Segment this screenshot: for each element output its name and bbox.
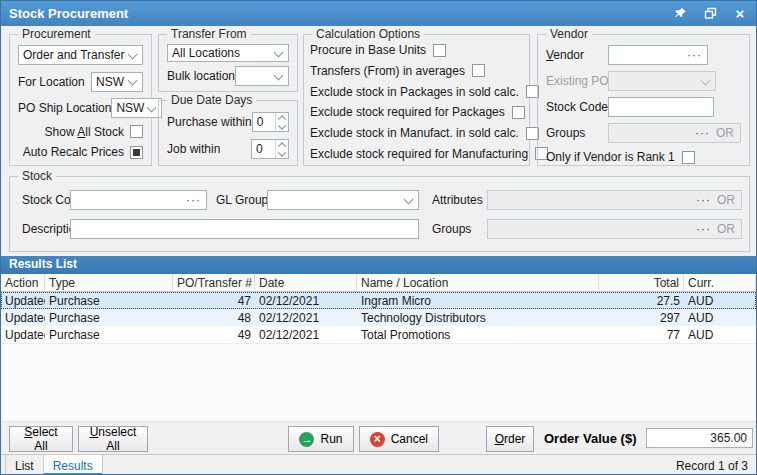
calculation-options-group: Calculation Options Procure in Base Unit… [303,34,530,166]
col-type[interactable]: Type [45,274,173,291]
procurement-mode-select[interactable]: Order and Transfer [18,45,143,65]
stock-legend: Stock [18,169,56,183]
ellipsis-icon[interactable]: ··· [685,50,704,60]
vendor-legend: Vendor [546,27,592,41]
for-location-label: For Location [18,75,85,89]
calc-option-label: Transfers (From) in averages [310,64,465,78]
gl-group-label: GL Group [216,193,268,207]
ellipsis-icon[interactable]: ··· [694,195,713,205]
show-all-stock-label: Show All Stock [45,125,124,139]
due-date-days-legend: Due Date Days [167,93,256,107]
attributes-field[interactable]: ··· OR [487,190,742,210]
calc-option-label: Exclude stock in Manufact. in sold calc. [310,126,519,140]
calculation-options-legend: Calculation Options [312,27,424,41]
show-all-stock-checkbox[interactable] [130,125,143,138]
title-bar: Stock Procurement × [1,1,756,26]
bulk-location-label: Bulk location [167,69,235,83]
auto-recalc-prices-checkbox[interactable] [130,146,143,159]
results-empty-area [1,343,756,421]
transfers-averages-checkbox[interactable] [472,64,485,77]
table-row[interactable]: Updated Purchase 47 02/12/2021 Ingram Mi… [1,292,756,309]
window-title: Stock Procurement [9,6,128,21]
col-curr[interactable]: Curr. [684,274,756,291]
job-within-stepper[interactable]: 0 [251,139,289,159]
ellipsis-icon[interactable]: ··· [694,224,713,234]
purchase-within-label: Purchase within [167,115,252,129]
close-icon[interactable]: × [732,6,748,22]
for-location-select[interactable]: NSW [91,72,143,92]
or-button[interactable]: OR [713,222,738,236]
select-all-button[interactable]: Select All [9,426,73,452]
col-name-location[interactable]: Name / Location [357,274,599,291]
tab-list[interactable]: List [5,455,44,475]
bottom-tab-bar: List Results Record 1 of 3 [1,454,756,475]
cancel-label: Cancel [391,432,428,446]
calc-option-label: Exclude stock in Packages in sold calc. [310,85,519,99]
select-all-label: Select All [20,425,62,453]
run-button[interactable]: → Run [288,426,354,452]
stock-groups-field[interactable]: ··· OR [487,219,742,239]
or-button[interactable]: OR [712,126,737,140]
col-date[interactable]: Date [255,274,357,291]
order-label: Order [495,432,526,446]
footer-bar: Select All Unselect All → Run × Cancel O… [1,421,756,454]
description-input[interactable] [70,219,419,239]
vendor-groups-label: Groups [546,126,608,140]
restore-icon[interactable] [702,6,718,22]
record-status: Record 1 of 3 [676,455,756,475]
order-button[interactable]: Order [486,426,534,452]
chevron-down-icon [271,51,285,56]
transfer-from-select[interactable]: All Locations [167,44,289,62]
calc-option-label: Exclude stock required for Manufacturing [310,147,528,161]
vendor-field[interactable]: ··· [608,45,708,65]
stock-procurement-window: Stock Procurement × Procurement Order an… [0,0,757,475]
job-within-label: Job within [167,142,220,156]
col-po-transfer[interactable]: PO/Transfer # [173,274,255,291]
col-action[interactable]: Action [1,274,45,291]
po-ship-location-label: PO Ship Location [18,101,111,115]
pin-icon[interactable] [672,6,688,22]
procurement-group: Procurement Order and Transfer For Locat… [9,34,152,166]
ellipsis-icon[interactable]: ··· [184,195,203,205]
procure-base-units-checkbox[interactable] [433,44,446,57]
stock-code-field[interactable]: ··· [70,190,207,210]
transfer-from-group: Transfer From All Locations Bulk locatio… [158,34,298,92]
chevron-down-icon [125,79,139,84]
vendor-stock-code-label: Stock Code [546,100,608,114]
stock-group: Stock Stock Code ··· GL Group Attributes… [9,176,750,252]
rank-1-label: Only if Vendor is Rank 1 [546,150,675,164]
cancel-button[interactable]: × Cancel [359,426,439,452]
chevron-down-icon [125,53,139,58]
po-ship-location-select[interactable]: NSW [111,98,162,118]
exclude-required-packages-checkbox[interactable] [512,106,525,119]
col-total[interactable]: Total [599,274,684,291]
auto-recalc-prices-label: Auto Recalc Prices [23,145,124,159]
unselect-all-label: Unselect All [89,425,137,453]
order-value-input[interactable]: 365.00 [646,428,753,448]
run-arrow-icon: → [299,432,314,447]
vendor-group: Vendor Vendor ··· Existing PO Stock Code… [537,34,750,166]
purchase-within-stepper[interactable]: 0 [252,112,289,132]
rank-1-checkbox[interactable] [682,151,695,164]
table-row[interactable]: Updated Purchase 48 02/12/2021 Technolog… [1,309,756,326]
spin-down-icon[interactable] [276,122,288,131]
vendor-groups-field[interactable]: ··· OR [608,123,741,143]
results-column-headers[interactable]: Action Type PO/Transfer # Date Name / Lo… [1,274,756,292]
unselect-all-button[interactable]: Unselect All [78,426,148,452]
chevron-down-icon [698,79,712,84]
table-row[interactable]: Updated Purchase 49 02/12/2021 Total Pro… [1,326,756,343]
chevron-down-icon [401,198,415,203]
ellipsis-icon[interactable]: ··· [693,128,712,138]
transfer-from-legend: Transfer From [167,27,251,41]
results-panel: Results List Action Type PO/Transfer # D… [1,256,756,421]
due-date-days-group: Due Date Days Purchase within 0 Job with… [158,100,298,166]
spin-down-icon[interactable] [276,149,288,158]
procurement-legend: Procurement [18,27,95,41]
existing-po-select [608,71,716,91]
gl-group-select[interactable] [267,190,419,210]
vendor-stock-code-input[interactable] [608,97,714,117]
stock-groups-label: Groups [432,222,471,236]
tab-results[interactable]: Results [44,455,103,475]
bulk-location-select[interactable] [235,66,289,86]
or-button[interactable]: OR [713,193,738,207]
